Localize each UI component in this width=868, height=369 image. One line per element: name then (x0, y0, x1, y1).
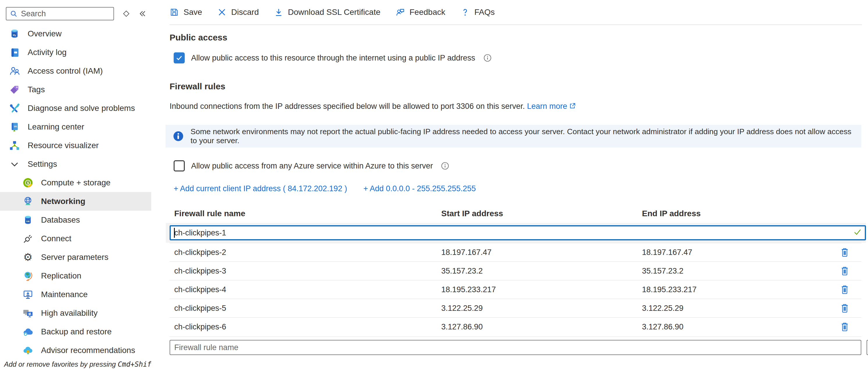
discard-button[interactable]: Discard (217, 7, 259, 17)
delete-rule-button[interactable] (838, 264, 851, 278)
search-box[interactable] (6, 7, 114, 20)
sidebar-item-maintenance[interactable]: Maintenance (0, 285, 151, 304)
azure-services-checkbox[interactable] (174, 160, 185, 172)
svg-text:My: My (13, 34, 16, 36)
double-chevron-left-icon (138, 9, 147, 18)
firewall-table-header: Firewall rule name Start IP address End … (169, 209, 861, 218)
desk-globe-icon (22, 270, 33, 281)
resource-menu-sidebar: My Overview Activity log Access control … (0, 0, 151, 369)
compute-storage-icon: $ (22, 177, 33, 188)
rule-name: ch-clickpipes-3 (169, 267, 431, 276)
delete-rule-button[interactable] (838, 301, 851, 315)
trash-icon (840, 321, 850, 332)
feedback-button[interactable]: Feedback (396, 7, 445, 17)
rule-end-ip: 18.195.233.217 (637, 285, 833, 294)
info-banner: Some network environments may not report… (165, 125, 861, 148)
valid-check-icon (853, 227, 862, 238)
sidebar-item-databases[interactable]: DB Databases (0, 211, 151, 229)
column-header-start-ip: Start IP address (437, 209, 632, 218)
sidebar-item-compute-storage[interactable]: $ Compute + storage (0, 174, 151, 192)
resource-visualizer-icon (9, 140, 20, 151)
diamond-icon (123, 10, 130, 17)
public-access-checkbox[interactable] (174, 52, 185, 63)
sidebar-group-label: Settings (28, 159, 57, 169)
sidebar-item-label: Backup and restore (41, 327, 112, 336)
info-banner-icon (173, 130, 184, 142)
rule-start-ip: 18.195.233.217 (437, 285, 632, 294)
sidebar-item-label: High availability (41, 308, 98, 318)
sidebar-item-backup-restore[interactable]: Backup and restore (0, 322, 151, 341)
sidebar-group-settings[interactable]: Settings (0, 155, 151, 174)
public-access-checkbox-label: Allow public access to this resource thr… (191, 54, 475, 63)
sidebar-item-connect[interactable]: Connect (0, 229, 151, 248)
rule-start-ip: 18.197.167.47 (437, 248, 632, 257)
backup-cloud-icon (22, 326, 33, 337)
rule-start-ip: 3.122.25.29 (437, 304, 632, 313)
info-icon[interactable] (484, 54, 492, 62)
sidebar-item-overview[interactable]: My Overview (0, 25, 151, 43)
sidebar-item-server-parameters[interactable]: ⚙ Server parameters (0, 248, 151, 267)
trash-icon (840, 284, 850, 295)
sidebar-item-tags[interactable]: Tags (0, 80, 151, 99)
trash-icon (840, 303, 850, 313)
search-input[interactable] (21, 9, 110, 18)
learn-more-link[interactable]: Learn more (527, 102, 576, 111)
globe-network-icon (22, 196, 33, 207)
networking-pane: Save Discard Download SSL Certificate Fe… (151, 0, 868, 369)
sidebar-item-advisor-recommendations[interactable]: Advisor recommendations (0, 341, 151, 360)
sidebar-item-high-availability[interactable]: High availability (0, 304, 151, 322)
learning-book-icon: 101 (9, 121, 20, 132)
rule-end-ip: 18.197.167.47 (637, 248, 833, 257)
svg-text:DB: DB (26, 220, 30, 223)
text-caret (174, 228, 175, 238)
add-client-ip-link[interactable]: + Add current client IP address ( 84.172… (174, 184, 347, 193)
feedback-icon (396, 7, 405, 17)
rule-end-ip: 3.127.86.90 (637, 322, 833, 332)
rule-name-input[interactable] (169, 225, 866, 240)
sidebar-item-access-control[interactable]: Access control (IAM) (0, 62, 151, 80)
new-rule-name-input[interactable] (169, 340, 861, 355)
trash-icon (840, 266, 850, 276)
public-access-checkbox-row: Allow public access to this resource thr… (169, 52, 861, 63)
info-icon[interactable] (441, 162, 449, 170)
advisor-icon (22, 345, 33, 356)
firewall-rule-row: ch-clickpipes-4 18.195.233.217 18.195.23… (169, 280, 861, 299)
sidebar-nav: My Overview Activity log Access control … (0, 25, 151, 360)
question-mark-icon (461, 7, 470, 17)
sidebar-item-replication[interactable]: Replication (0, 267, 151, 285)
tools-icon (9, 103, 20, 114)
delete-rule-button[interactable] (838, 283, 851, 297)
new-start-ip-input[interactable] (867, 340, 868, 355)
sidebar-item-label: Connect (41, 234, 71, 243)
delete-rule-button[interactable] (838, 320, 851, 334)
download-icon (274, 7, 283, 17)
firewall-description: Inbound connections from the IP addresse… (169, 102, 861, 112)
sidebar-item-learning-center[interactable]: 101 Learning center (0, 118, 151, 136)
sidebar-item-diagnose[interactable]: Diagnose and solve problems (0, 99, 151, 118)
sidebar-search-row (0, 5, 151, 24)
sidebar-item-label: Diagnose and solve problems (28, 103, 135, 113)
faqs-button[interactable]: FAQs (461, 7, 495, 17)
save-button[interactable]: Save (169, 7, 202, 17)
sidebar-item-activity-log[interactable]: Activity log (0, 43, 151, 62)
sidebar-item-label: Networking (41, 197, 85, 206)
download-ssl-button[interactable]: Download SSL Certificate (274, 7, 380, 17)
sidebar-item-resource-visualizer[interactable]: Resource visualizer (0, 136, 151, 155)
maintenance-monitor-icon (22, 289, 33, 300)
database-icon: DB (22, 214, 33, 225)
resize-menu-icon[interactable] (123, 10, 130, 17)
discard-x-icon (217, 7, 226, 17)
firewall-rules-heading: Firewall rules (169, 82, 861, 91)
trash-icon (840, 247, 850, 257)
azure-services-checkbox-label: Allow public access from any Azure servi… (191, 161, 433, 171)
keyboard-shortcut: Cmd+Shift+F (118, 360, 151, 368)
sidebar-item-networking[interactable]: Networking (0, 192, 151, 211)
search-icon (10, 10, 18, 18)
collapse-menu-icon[interactable] (138, 9, 147, 18)
rule-name: ch-clickpipes-5 (169, 304, 431, 313)
tag-icon (9, 84, 20, 95)
public-access-heading: Public access (169, 33, 861, 42)
delete-rule-button[interactable] (838, 245, 851, 259)
mysql-server-icon: My (9, 28, 20, 39)
add-ip-range-link[interactable]: + Add 0.0.0.0 - 255.255.255.255 (363, 184, 476, 193)
